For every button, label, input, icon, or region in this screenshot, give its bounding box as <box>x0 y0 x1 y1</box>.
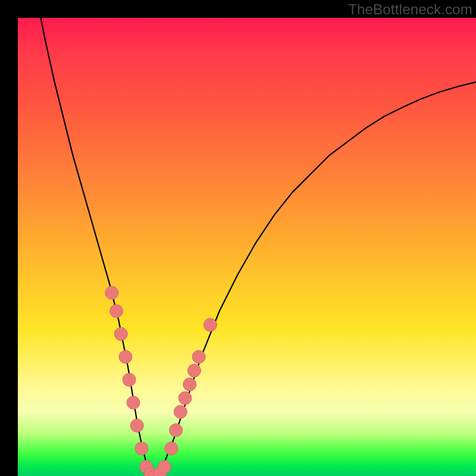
data-points-group <box>105 286 217 476</box>
data-point-right-outlier <box>203 318 217 331</box>
data-point-left-cluster-6 <box>127 396 140 409</box>
data-point-left-cluster-3 <box>114 327 127 340</box>
data-point-right-cluster-6 <box>187 364 201 377</box>
data-point-left-cluster-2 <box>110 305 123 318</box>
data-point-left-cluster-7 <box>130 419 143 432</box>
data-point-right-cluster-1 <box>165 442 178 455</box>
data-point-left-cluster-8 <box>135 442 148 455</box>
chart-frame: TheBottleneck.com <box>0 0 476 476</box>
data-point-right-cluster-7 <box>192 350 205 364</box>
data-point-right-cluster-4 <box>178 392 192 405</box>
data-point-bottom-5 <box>158 461 171 474</box>
data-point-left-cluster-5 <box>123 373 136 386</box>
data-point-right-cluster-3 <box>174 405 187 418</box>
data-point-left-cluster-4 <box>119 350 132 364</box>
data-point-left-cluster-1 <box>105 286 118 299</box>
chart-overlay <box>18 18 476 476</box>
data-point-right-cluster-2 <box>170 424 183 437</box>
watermark-text: TheBottleneck.com <box>348 1 472 18</box>
data-point-right-cluster-5 <box>183 378 196 391</box>
bottleneck-curve <box>41 18 477 476</box>
plot-area <box>18 18 476 476</box>
